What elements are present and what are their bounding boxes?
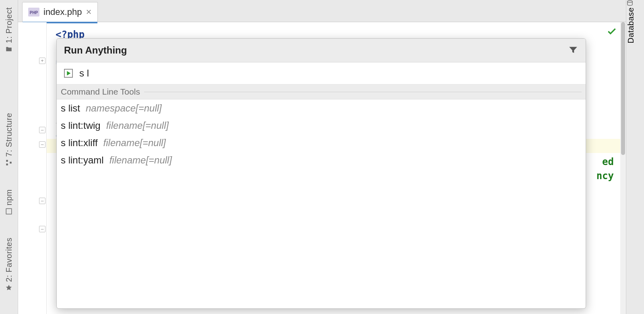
filter-icon[interactable] (568, 45, 578, 56)
result-row[interactable]: s listnamespace[=null] (57, 99, 586, 117)
tool-database[interactable]: Database (626, 0, 644, 45)
popup-title: Run Anything (64, 45, 568, 56)
run-anything-popup: Run Anything Command Line Tools s listna… (56, 38, 586, 309)
inspection-ok-icon[interactable] (607, 26, 617, 41)
structure-icon (5, 159, 12, 166)
fold-marker-icon[interactable]: – (39, 226, 45, 232)
left-tool-strip: 1: Project 7: Structure npm 2: Favorites (0, 0, 18, 314)
results-section-header: Command Line Tools (57, 85, 586, 99)
result-arg: filename[=null] (109, 155, 172, 166)
result-arg: namespace[=null] (86, 103, 162, 114)
svg-text:PHP: PHP (30, 10, 38, 15)
svg-rect-1 (6, 164, 8, 166)
tool-project[interactable]: 1: Project (0, 7, 18, 53)
result-command: s lint:twig (61, 120, 101, 131)
tool-npm-label: npm (4, 189, 14, 205)
svg-point-6 (627, 1, 632, 3)
result-row[interactable]: s lint:xlifffilename[=null] (57, 134, 586, 151)
code-fragment: ncy (597, 169, 614, 183)
tool-favorites-label: 2: Favorites (4, 238, 14, 282)
tool-database-label: Database (626, 7, 636, 43)
run-anything-input[interactable] (78, 67, 578, 79)
tab-index-php[interactable]: PHP index.php ✕ (22, 2, 98, 22)
result-command: s lint:xliff (61, 137, 98, 149)
database-icon (626, 0, 634, 7)
results-list: s listnamespace[=null]s lint:twigfilenam… (57, 99, 586, 308)
run-icon (64, 69, 73, 78)
tool-npm[interactable]: npm (0, 189, 18, 215)
editor-gutter: + – – – – (18, 22, 47, 314)
fold-marker-icon[interactable]: – (39, 141, 45, 148)
svg-rect-0 (6, 160, 8, 162)
fold-marker-icon[interactable]: – (39, 198, 45, 204)
tool-favorites[interactable]: 2: Favorites (0, 238, 18, 291)
tool-structure[interactable]: 7: Structure (0, 113, 18, 166)
tab-close-icon[interactable]: ✕ (86, 8, 92, 17)
result-arg: filename[=null] (106, 120, 169, 131)
editor-scrollbar[interactable] (620, 22, 626, 314)
scrollbar-thumb[interactable] (621, 22, 625, 155)
section-rule (144, 92, 582, 92)
result-row[interactable]: s lint:yamlfilename[=null] (57, 151, 586, 169)
fold-marker-icon[interactable]: + (39, 58, 45, 64)
result-command: s list (61, 103, 80, 114)
tab-filename: index.php (43, 7, 82, 17)
result-row[interactable]: s lint:twigfilename[=null] (57, 117, 586, 134)
star-icon (5, 284, 12, 291)
popup-header: Run Anything (57, 39, 586, 62)
tab-bar: PHP index.php ✕ (18, 0, 626, 22)
fold-marker-icon[interactable]: – (39, 127, 45, 133)
tool-project-label: 1: Project (4, 7, 14, 43)
php-file-icon: PHP (28, 8, 39, 17)
result-arg: filename[=null] (103, 137, 166, 149)
result-command: s lint:yaml (61, 155, 104, 166)
right-tool-strip: Database (626, 0, 644, 314)
folder-icon (5, 45, 12, 53)
npm-icon (5, 208, 12, 215)
svg-rect-2 (10, 162, 12, 164)
fold-rail: + – – – – (38, 22, 46, 314)
code-fragment: ed (602, 155, 614, 169)
svg-rect-3 (6, 209, 12, 215)
tool-structure-label: 7: Structure (4, 113, 14, 157)
section-title: Command Line Tools (61, 87, 140, 97)
popup-input-row (57, 62, 586, 85)
